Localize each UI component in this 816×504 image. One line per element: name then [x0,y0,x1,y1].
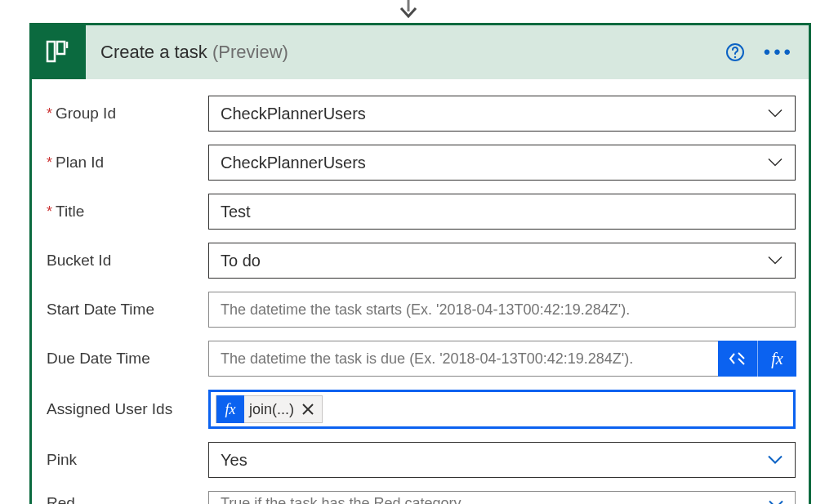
label-due-date: Due Date Time [45,350,208,368]
svg-point-5 [734,56,736,58]
bucket-id-select[interactable]: To do [208,243,796,279]
label-start-date: Start Date Time [45,301,208,319]
label-assigned-users: Assigned User Ids [45,400,208,418]
expression-button[interactable]: fx [757,341,796,377]
group-id-select[interactable]: CheckPlannerUsers [208,96,796,132]
svg-rect-2 [57,42,65,54]
chevron-down-icon [767,105,783,123]
more-menu-button[interactable]: ••• [757,41,800,64]
action-name: Create a task [100,42,207,62]
flow-arrow-down-icon [396,0,421,25]
chevron-down-icon [767,154,783,172]
label-plan-id: *Plan Id [45,154,208,172]
planner-icon [32,25,86,79]
label-group-id: *Group Id [45,105,208,123]
remove-token-icon[interactable] [299,400,317,418]
card-header[interactable]: Create a task (Preview) ••• [32,25,809,79]
expression-token[interactable]: fx join(...) [216,395,323,423]
bucket-id-value: To do [221,252,261,270]
red-placeholder: True if the task has the Red category [221,495,462,504]
plan-id-value: CheckPlannerUsers [221,154,366,172]
title-input[interactable]: Test [208,194,796,230]
label-bucket-id: Bucket Id [45,252,208,270]
fx-icon: fx [216,395,244,423]
svg-rect-1 [47,42,55,61]
dynamic-content-button[interactable] [718,341,757,377]
label-pink: Pink [45,451,208,469]
pink-select[interactable]: Yes [208,442,796,478]
start-date-placeholder: The datetime the task starts (Ex. '2018-… [221,301,630,319]
title-value: Test [221,203,251,221]
token-text: join(...) [249,401,294,418]
start-date-input[interactable]: The datetime the task starts (Ex. '2018-… [208,292,796,328]
label-title: *Title [45,203,208,221]
assigned-user-ids-input[interactable]: fx join(...) [208,390,796,429]
help-icon[interactable] [725,42,746,63]
action-card: Create a task (Preview) ••• *Group Id Ch… [29,23,811,504]
chevron-down-icon [767,252,783,270]
red-select[interactable]: True if the task has the Red category [208,491,796,504]
label-red: Red [45,494,208,504]
chevron-down-icon [768,497,784,505]
plan-id-select[interactable]: CheckPlannerUsers [208,145,796,181]
due-date-input[interactable]: The datetime the task is due (Ex. '2018-… [208,341,796,377]
form-body: *Group Id CheckPlannerUsers *Plan Id Che… [32,79,809,504]
pink-value: Yes [221,451,247,470]
chevron-down-icon [767,451,783,470]
group-id-value: CheckPlannerUsers [221,105,366,123]
card-title: Create a task (Preview) [86,42,288,63]
preview-tag: (Preview) [212,42,288,62]
due-date-placeholder: The datetime the task is due (Ex. '2018-… [221,350,633,368]
